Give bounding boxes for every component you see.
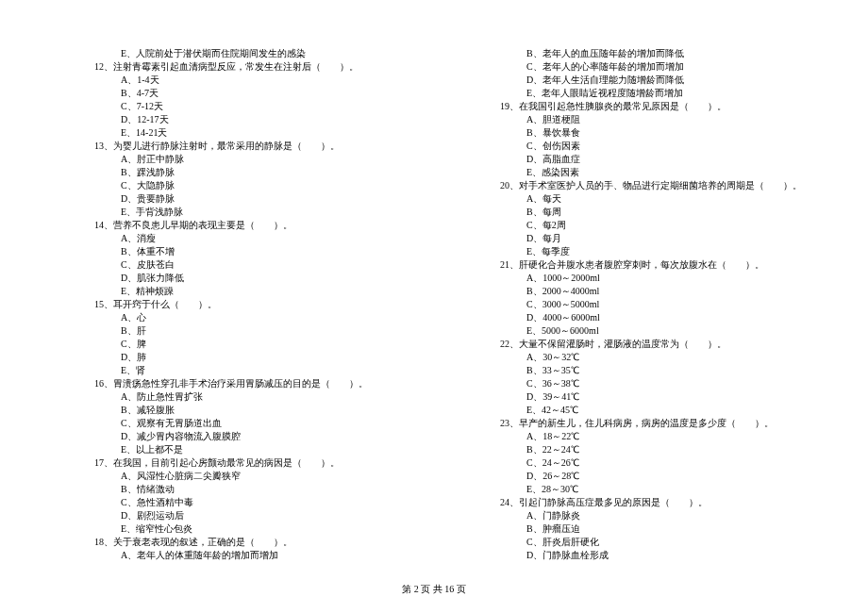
option: C、急性酒精中毒 bbox=[94, 496, 396, 509]
option: C、老年人的心率随年龄的增加而增加 bbox=[500, 60, 830, 74]
option: A、18～22℃ bbox=[500, 430, 830, 443]
option: A、老年人的体重随年龄的增加而增加 bbox=[94, 549, 396, 562]
option: E、每季度 bbox=[500, 245, 830, 258]
question-13: 13、为婴儿进行静脉注射时，最常采用的静脉是（ ）。 bbox=[94, 140, 396, 153]
option: D、39～41℃ bbox=[500, 390, 830, 404]
option: E、28～30℃ bbox=[500, 483, 830, 496]
option: E、感染因素 bbox=[500, 166, 830, 179]
question-20: 20、对手术室医护人员的手、物品进行定期细菌培养的周期是（ ）。 bbox=[500, 179, 830, 192]
question-21: 21、肝硬化合并腹水患者腹腔穿刺时，每次放腹水在（ ）。 bbox=[500, 258, 830, 272]
question-14: 14、营养不良患儿早期的表现主要是（ ）。 bbox=[94, 219, 396, 232]
option: C、肝炎后肝硬化 bbox=[500, 536, 830, 549]
question-23: 23、早产的新生儿，住儿科病房，病房的温度是多少度（ ）。 bbox=[500, 417, 830, 430]
option: B、33～35℃ bbox=[500, 364, 830, 377]
option: D、贵要静脉 bbox=[94, 192, 396, 206]
option: E、老年人眼睛近视程度随增龄而增加 bbox=[500, 87, 830, 100]
option: B、暴饮暴食 bbox=[500, 126, 830, 140]
option: B、老年人的血压随年龄的增加而降低 bbox=[500, 47, 830, 60]
option: B、踝浅静脉 bbox=[94, 166, 396, 179]
option: B、减轻腹胀 bbox=[94, 404, 396, 417]
question-19: 19、在我国引起急性胰腺炎的最常见原因是（ ）。 bbox=[500, 100, 830, 113]
question-24: 24、引起门静脉高压症最多见的原因是（ ）。 bbox=[500, 496, 830, 509]
option: E、精神烦躁 bbox=[94, 285, 396, 298]
option: A、1000～2000ml bbox=[500, 272, 830, 285]
option: A、肘正中静脉 bbox=[94, 153, 396, 166]
option: B、体重不增 bbox=[94, 245, 396, 258]
page-footer: 第 2 页 共 16 页 bbox=[0, 583, 868, 596]
option: B、22～24℃ bbox=[500, 443, 830, 456]
question-12: 12、注射青霉素引起血清病型反应，常发生在注射后（ ）。 bbox=[94, 60, 396, 74]
question-17: 17、在我国，目前引起心房颤动最常见的病因是（ ）。 bbox=[94, 456, 396, 470]
option: E、42～45℃ bbox=[500, 404, 830, 417]
option: E、人院前处于潜伏期而住院期间发生的感染 bbox=[94, 47, 396, 60]
option: C、24～26℃ bbox=[500, 456, 830, 470]
option: C、脾 bbox=[94, 338, 396, 351]
option: E、14-21天 bbox=[94, 126, 396, 140]
option: C、皮肤苍白 bbox=[94, 258, 396, 272]
option: A、每天 bbox=[500, 192, 830, 206]
option: B、每周 bbox=[500, 206, 830, 219]
question-16: 16、胃溃疡急性穿孔非手术治疗采用胃肠减压的目的是（ ）。 bbox=[94, 377, 396, 390]
question-18: 18、关于衰老表现的叙述，正确的是（ ）。 bbox=[94, 536, 396, 549]
option: A、心 bbox=[94, 311, 396, 324]
option: B、肿瘤压迫 bbox=[500, 522, 830, 536]
option: C、7-12天 bbox=[94, 100, 396, 113]
option: E、手背浅静脉 bbox=[94, 206, 396, 219]
right-column: B、老年人的血压随年龄的增加而降低 C、老年人的心率随年龄的增加而增加 D、老年… bbox=[434, 47, 868, 562]
left-column: E、人院前处于潜伏期而住院期间发生的感染 12、注射青霉素引起血清病型反应，常发… bbox=[0, 47, 434, 562]
exam-page: E、人院前处于潜伏期而住院期间发生的感染 12、注射青霉素引起血清病型反应，常发… bbox=[0, 0, 868, 562]
option: D、门静脉血栓形成 bbox=[500, 549, 830, 562]
option: A、风湿性心脏病二尖瓣狭窄 bbox=[94, 470, 396, 483]
option: E、肾 bbox=[94, 364, 396, 377]
option: A、胆道梗阻 bbox=[500, 113, 830, 126]
option: D、每月 bbox=[500, 232, 830, 245]
question-22: 22、大量不保留灌肠时，灌肠液的温度常为（ ）。 bbox=[500, 338, 830, 351]
option: E、缩窄性心包炎 bbox=[94, 522, 396, 536]
option: B、肝 bbox=[94, 324, 396, 338]
option: C、创伤因素 bbox=[500, 140, 830, 153]
option: A、1-4天 bbox=[94, 74, 396, 87]
option: D、12-17天 bbox=[94, 113, 396, 126]
option: D、肺 bbox=[94, 351, 396, 364]
option: A、门静脉炎 bbox=[500, 509, 830, 522]
option: C、每2周 bbox=[500, 219, 830, 232]
option: A、消瘦 bbox=[94, 232, 396, 245]
option: D、4000～6000ml bbox=[500, 311, 830, 324]
option: A、30～32℃ bbox=[500, 351, 830, 364]
option: D、高脂血症 bbox=[500, 153, 830, 166]
option: C、36～38℃ bbox=[500, 377, 830, 390]
question-15: 15、耳开窍于什么（ ）。 bbox=[94, 298, 396, 311]
option: D、肌张力降低 bbox=[94, 272, 396, 285]
option: B、4-7天 bbox=[94, 87, 396, 100]
option: E、5000～6000ml bbox=[500, 324, 830, 338]
option: C、3000～5000ml bbox=[500, 298, 830, 311]
option: C、观察有无胃肠道出血 bbox=[94, 417, 396, 430]
option: B、情绪激动 bbox=[94, 483, 396, 496]
option: D、减少胃内容物流入腹膜腔 bbox=[94, 430, 396, 443]
option: A、防止急性胃扩张 bbox=[94, 390, 396, 404]
option: E、以上都不是 bbox=[94, 443, 396, 456]
option: C、大隐静脉 bbox=[94, 179, 396, 192]
option: D、26～28℃ bbox=[500, 470, 830, 483]
option: D、剧烈运动后 bbox=[94, 509, 396, 522]
option: D、老年人生活自理能力随增龄而降低 bbox=[500, 74, 830, 87]
option: B、2000～4000ml bbox=[500, 285, 830, 298]
